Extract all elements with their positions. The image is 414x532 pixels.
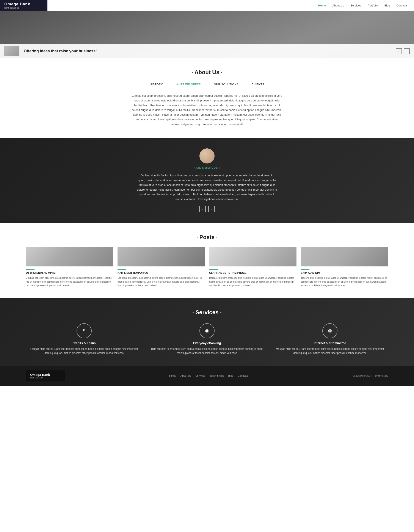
nav-item-portfolio[interactable]: Portfolio	[368, 4, 378, 7]
post-image-3	[301, 247, 388, 266]
service-desc-1: Tulla facilisim liber tempor cum soluta …	[149, 347, 265, 355]
hero-banner: Offering ideas that raise your business!…	[0, 44, 414, 58]
post-image-2	[209, 247, 296, 266]
post-card-2: CLARITAS EST ETIAM PROCE Dertias est eti…	[209, 247, 296, 287]
hero-next-arrow[interactable]: ›	[404, 48, 410, 54]
posts-section: · Posts · UT WISI ENIM AD MINIM Claritas…	[0, 223, 414, 298]
about-title: · About Us ·	[26, 69, 388, 76]
footer-copyright: Copyright @ 2014 · Privacy policy	[353, 375, 388, 377]
post-text-3: Trocem, quis nostrud exerci tation ullam…	[301, 276, 388, 287]
hero-section: Offering ideas that raise your business!…	[0, 11, 414, 58]
service-icon-2: ◎	[322, 323, 337, 338]
service-item-1: ◉ Everyday cBanking Tulla facilisim libe…	[149, 323, 265, 355]
footer-nav-item-contacts[interactable]: Contacts	[238, 374, 248, 377]
services-section: · Services · $ Credits & Loans Feugait n…	[0, 298, 414, 366]
post-title-2: CLARITAS EST ETIAM PROCE	[209, 271, 296, 274]
tab-our-solutions[interactable]: OUR SOLUTIONS	[207, 81, 245, 88]
avatar	[199, 148, 215, 163]
logo-title: Omega Bank	[4, 2, 43, 7]
service-name-2: Internet & eCommerce	[272, 341, 388, 345]
services-grid: $ Credits & Loans Feugait nulla facilisi…	[26, 323, 388, 355]
nav-item-blog[interactable]: Blog	[384, 4, 390, 7]
footer-nav-item-about-us[interactable]: About Us	[180, 374, 191, 377]
testimonial-arrows: ‹ ›	[26, 206, 388, 212]
post-card-0: UT WISI ENIM AD MINIM Claritas est etiam…	[26, 247, 113, 287]
post-text-0: Claritas est etiam procesm, quis nostrud…	[26, 276, 113, 287]
post-bar-2	[209, 269, 218, 270]
avatar-image	[199, 148, 215, 163]
footer-nav-item-testimonials[interactable]: Testimonials	[210, 374, 224, 377]
about-section: · About Us · HISTORYWHAT WE OFFEROUR SOL…	[0, 58, 414, 138]
service-icon-1: ◉	[199, 323, 215, 338]
post-image-0	[26, 247, 113, 266]
post-text-2: Dertias est etiam procesm, quis nostrud …	[209, 276, 296, 287]
footer-logo-title: Omega Bank	[30, 373, 60, 377]
service-name-1: Everyday cBanking	[149, 341, 265, 345]
hero-prev-arrow[interactable]: ‹	[396, 48, 402, 54]
service-name-0: Credits & Loans	[26, 341, 142, 345]
testimonial-name: Jane Morison, USA	[26, 166, 388, 169]
about-tabs: HISTORYWHAT WE OFFEROUR SOLUTIONSCLIENTS	[26, 81, 388, 88]
post-title-0: UT WISI ENIM AD MINIM	[26, 271, 113, 274]
posts-grid: UT WISI ENIM AD MINIM Claritas est etiam…	[26, 247, 388, 287]
nav-item-home[interactable]: Home	[318, 4, 326, 7]
footer-nav-item-services[interactable]: Services	[195, 374, 205, 377]
footer-nav-item-blog[interactable]: Blog	[228, 374, 233, 377]
service-icon-0: $	[77, 323, 92, 338]
post-title-1: NAM LIBER TEMPOR CU	[118, 271, 205, 274]
header: Omega Bank right solutions HomeAbout UsS…	[0, 0, 414, 11]
post-card-1: NAM LIBER TEMPOR CU Est etiam procesm, q…	[118, 247, 205, 287]
service-desc-2: Maugait nulla facilisi. Nam liber tempor…	[272, 347, 388, 355]
services-title: · Services ·	[26, 309, 388, 316]
posts-title: · Posts ·	[26, 234, 388, 241]
logo-subtitle: right solutions	[4, 7, 43, 9]
footer-logo: Omega Bank right solutions	[26, 370, 65, 381]
service-item-2: ◎ Internet & eCommerce Maugait nulla fac…	[272, 323, 388, 355]
post-bar-3	[301, 269, 309, 270]
tab-what-we-offer[interactable]: WHAT WE OFFER	[169, 81, 207, 88]
logo-area: Omega Bank right solutions	[0, 0, 48, 11]
post-bar-1	[118, 269, 126, 270]
nav-item-about-us[interactable]: About Us	[333, 4, 344, 7]
about-content: Claritas est etiam procesm, quis nostrud…	[131, 94, 283, 127]
testimonial-text: De feugait nulla facilisi. Nam liber tem…	[137, 173, 277, 202]
hero-arrows: ‹ ›	[396, 48, 410, 54]
testimonials-section: Jane Morison, USA De feugait nulla facil…	[0, 138, 414, 223]
post-image-1	[118, 247, 205, 266]
post-bar-0	[26, 269, 35, 270]
service-item-0: $ Credits & Loans Feugait nulla facilisi…	[26, 323, 142, 355]
tab-clients[interactable]: CLIENTS	[245, 81, 271, 88]
hero-thumbnail	[4, 46, 20, 56]
footer-logo-subtitle: right solutions	[30, 377, 60, 379]
testimonial-prev-arrow[interactable]: ‹	[199, 206, 206, 212]
testimonial-next-arrow[interactable]: ›	[208, 206, 215, 212]
footer: Omega Bank right solutions HomeAbout UsS…	[0, 366, 414, 386]
service-desc-0: Feugait nulla facilisi. Nam liber tempor…	[26, 347, 142, 355]
hero-text: Offering ideas that raise your business!	[24, 49, 392, 53]
tab-history[interactable]: HISTORY	[143, 81, 169, 88]
post-title-3: ENIM AD MINIM	[301, 271, 388, 274]
footer-nav-item-home[interactable]: Home	[169, 374, 176, 377]
hero-thumb-image	[4, 46, 20, 56]
post-text-1: Est etiam procesm, quis nostrud exerci t…	[118, 276, 205, 287]
main-nav: HomeAbout UsServicesPortfolioBlogContact…	[48, 0, 414, 11]
nav-item-services[interactable]: Services	[350, 4, 361, 7]
post-card-3: ENIM AD MINIM Trocem, quis nostrud exerc…	[301, 247, 388, 287]
nav-item-contacts[interactable]: Contacts	[396, 4, 407, 7]
footer-nav: HomeAbout UsServicesTestimonialsBlogCont…	[169, 374, 248, 377]
